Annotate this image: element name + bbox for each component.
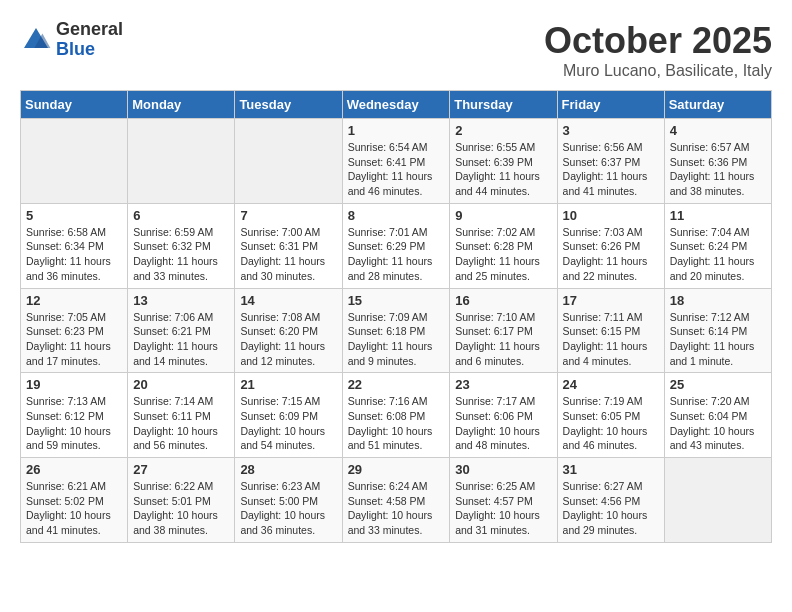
calendar-header-row: SundayMondayTuesdayWednesdayThursdayFrid…: [21, 91, 772, 119]
calendar-cell: 1Sunrise: 6:54 AM Sunset: 6:41 PM Daylig…: [342, 119, 450, 204]
calendar-cell: [664, 458, 771, 543]
day-number: 13: [133, 293, 229, 308]
calendar-cell: 8Sunrise: 7:01 AM Sunset: 6:29 PM Daylig…: [342, 203, 450, 288]
day-number: 16: [455, 293, 551, 308]
calendar-cell: 23Sunrise: 7:17 AM Sunset: 6:06 PM Dayli…: [450, 373, 557, 458]
calendar-cell: 19Sunrise: 7:13 AM Sunset: 6:12 PM Dayli…: [21, 373, 128, 458]
day-info: Sunrise: 7:19 AM Sunset: 6:05 PM Dayligh…: [563, 394, 659, 453]
calendar-cell: 30Sunrise: 6:25 AM Sunset: 4:57 PM Dayli…: [450, 458, 557, 543]
weekday-header-tuesday: Tuesday: [235, 91, 342, 119]
calendar-cell: 3Sunrise: 6:56 AM Sunset: 6:37 PM Daylig…: [557, 119, 664, 204]
month-title: October 2025: [544, 20, 772, 62]
calendar-cell: 15Sunrise: 7:09 AM Sunset: 6:18 PM Dayli…: [342, 288, 450, 373]
calendar-week-row: 12Sunrise: 7:05 AM Sunset: 6:23 PM Dayli…: [21, 288, 772, 373]
calendar-cell: 17Sunrise: 7:11 AM Sunset: 6:15 PM Dayli…: [557, 288, 664, 373]
calendar-cell: 21Sunrise: 7:15 AM Sunset: 6:09 PM Dayli…: [235, 373, 342, 458]
day-info: Sunrise: 6:57 AM Sunset: 6:36 PM Dayligh…: [670, 140, 766, 199]
day-number: 25: [670, 377, 766, 392]
calendar-week-row: 26Sunrise: 6:21 AM Sunset: 5:02 PM Dayli…: [21, 458, 772, 543]
day-number: 24: [563, 377, 659, 392]
weekday-header-wednesday: Wednesday: [342, 91, 450, 119]
day-info: Sunrise: 7:05 AM Sunset: 6:23 PM Dayligh…: [26, 310, 122, 369]
day-number: 6: [133, 208, 229, 223]
calendar-cell: 14Sunrise: 7:08 AM Sunset: 6:20 PM Dayli…: [235, 288, 342, 373]
day-number: 12: [26, 293, 122, 308]
day-number: 20: [133, 377, 229, 392]
day-number: 4: [670, 123, 766, 138]
calendar-cell: 11Sunrise: 7:04 AM Sunset: 6:24 PM Dayli…: [664, 203, 771, 288]
logo-blue-text: Blue: [56, 40, 123, 60]
day-info: Sunrise: 6:25 AM Sunset: 4:57 PM Dayligh…: [455, 479, 551, 538]
calendar-cell: 22Sunrise: 7:16 AM Sunset: 6:08 PM Dayli…: [342, 373, 450, 458]
page-header: General Blue October 2025 Muro Lucano, B…: [20, 20, 772, 80]
day-info: Sunrise: 7:04 AM Sunset: 6:24 PM Dayligh…: [670, 225, 766, 284]
logo-icon: [20, 24, 52, 56]
calendar-cell: 18Sunrise: 7:12 AM Sunset: 6:14 PM Dayli…: [664, 288, 771, 373]
calendar-cell: 5Sunrise: 6:58 AM Sunset: 6:34 PM Daylig…: [21, 203, 128, 288]
day-info: Sunrise: 7:15 AM Sunset: 6:09 PM Dayligh…: [240, 394, 336, 453]
day-info: Sunrise: 7:08 AM Sunset: 6:20 PM Dayligh…: [240, 310, 336, 369]
calendar-cell: 13Sunrise: 7:06 AM Sunset: 6:21 PM Dayli…: [128, 288, 235, 373]
calendar-cell: 2Sunrise: 6:55 AM Sunset: 6:39 PM Daylig…: [450, 119, 557, 204]
weekday-header-monday: Monday: [128, 91, 235, 119]
day-info: Sunrise: 6:54 AM Sunset: 6:41 PM Dayligh…: [348, 140, 445, 199]
day-number: 27: [133, 462, 229, 477]
calendar-week-row: 19Sunrise: 7:13 AM Sunset: 6:12 PM Dayli…: [21, 373, 772, 458]
calendar-week-row: 1Sunrise: 6:54 AM Sunset: 6:41 PM Daylig…: [21, 119, 772, 204]
day-info: Sunrise: 6:23 AM Sunset: 5:00 PM Dayligh…: [240, 479, 336, 538]
calendar-cell: 24Sunrise: 7:19 AM Sunset: 6:05 PM Dayli…: [557, 373, 664, 458]
day-info: Sunrise: 7:00 AM Sunset: 6:31 PM Dayligh…: [240, 225, 336, 284]
day-info: Sunrise: 7:03 AM Sunset: 6:26 PM Dayligh…: [563, 225, 659, 284]
weekday-header-friday: Friday: [557, 91, 664, 119]
day-info: Sunrise: 7:01 AM Sunset: 6:29 PM Dayligh…: [348, 225, 445, 284]
day-info: Sunrise: 7:09 AM Sunset: 6:18 PM Dayligh…: [348, 310, 445, 369]
day-number: 19: [26, 377, 122, 392]
day-info: Sunrise: 7:16 AM Sunset: 6:08 PM Dayligh…: [348, 394, 445, 453]
calendar-week-row: 5Sunrise: 6:58 AM Sunset: 6:34 PM Daylig…: [21, 203, 772, 288]
day-info: Sunrise: 7:20 AM Sunset: 6:04 PM Dayligh…: [670, 394, 766, 453]
day-info: Sunrise: 6:21 AM Sunset: 5:02 PM Dayligh…: [26, 479, 122, 538]
day-number: 1: [348, 123, 445, 138]
day-info: Sunrise: 6:55 AM Sunset: 6:39 PM Dayligh…: [455, 140, 551, 199]
calendar-cell: 25Sunrise: 7:20 AM Sunset: 6:04 PM Dayli…: [664, 373, 771, 458]
day-number: 14: [240, 293, 336, 308]
day-info: Sunrise: 6:24 AM Sunset: 4:58 PM Dayligh…: [348, 479, 445, 538]
day-info: Sunrise: 6:56 AM Sunset: 6:37 PM Dayligh…: [563, 140, 659, 199]
day-info: Sunrise: 6:22 AM Sunset: 5:01 PM Dayligh…: [133, 479, 229, 538]
calendar-cell: [21, 119, 128, 204]
day-number: 7: [240, 208, 336, 223]
day-number: 3: [563, 123, 659, 138]
day-number: 17: [563, 293, 659, 308]
day-number: 23: [455, 377, 551, 392]
calendar-cell: 7Sunrise: 7:00 AM Sunset: 6:31 PM Daylig…: [235, 203, 342, 288]
day-number: 5: [26, 208, 122, 223]
day-number: 9: [455, 208, 551, 223]
calendar-table: SundayMondayTuesdayWednesdayThursdayFrid…: [20, 90, 772, 543]
calendar-cell: 16Sunrise: 7:10 AM Sunset: 6:17 PM Dayli…: [450, 288, 557, 373]
calendar-cell: [235, 119, 342, 204]
day-info: Sunrise: 7:02 AM Sunset: 6:28 PM Dayligh…: [455, 225, 551, 284]
day-number: 11: [670, 208, 766, 223]
logo: General Blue: [20, 20, 123, 60]
calendar-cell: [128, 119, 235, 204]
day-number: 8: [348, 208, 445, 223]
calendar-cell: 12Sunrise: 7:05 AM Sunset: 6:23 PM Dayli…: [21, 288, 128, 373]
weekday-header-sunday: Sunday: [21, 91, 128, 119]
calendar-cell: 28Sunrise: 6:23 AM Sunset: 5:00 PM Dayli…: [235, 458, 342, 543]
day-info: Sunrise: 7:13 AM Sunset: 6:12 PM Dayligh…: [26, 394, 122, 453]
logo-general-text: General: [56, 20, 123, 40]
day-info: Sunrise: 7:10 AM Sunset: 6:17 PM Dayligh…: [455, 310, 551, 369]
day-number: 18: [670, 293, 766, 308]
day-number: 30: [455, 462, 551, 477]
day-number: 2: [455, 123, 551, 138]
calendar-cell: 4Sunrise: 6:57 AM Sunset: 6:36 PM Daylig…: [664, 119, 771, 204]
calendar-cell: 10Sunrise: 7:03 AM Sunset: 6:26 PM Dayli…: [557, 203, 664, 288]
location-subtitle: Muro Lucano, Basilicate, Italy: [544, 62, 772, 80]
day-number: 15: [348, 293, 445, 308]
day-number: 31: [563, 462, 659, 477]
calendar-cell: 31Sunrise: 6:27 AM Sunset: 4:56 PM Dayli…: [557, 458, 664, 543]
calendar-cell: 26Sunrise: 6:21 AM Sunset: 5:02 PM Dayli…: [21, 458, 128, 543]
day-number: 28: [240, 462, 336, 477]
day-info: Sunrise: 7:17 AM Sunset: 6:06 PM Dayligh…: [455, 394, 551, 453]
day-number: 26: [26, 462, 122, 477]
